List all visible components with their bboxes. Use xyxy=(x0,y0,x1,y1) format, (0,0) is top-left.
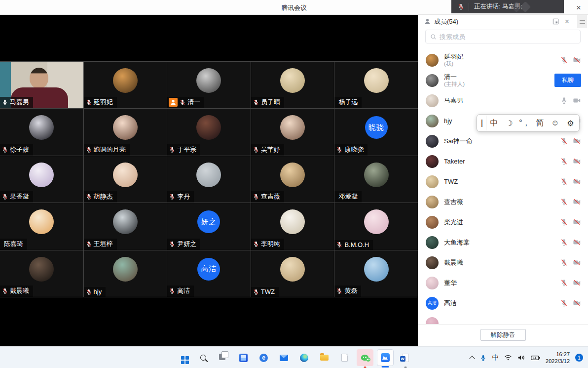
video-tile[interactable]: 延羽妃 xyxy=(84,62,167,108)
unmute-button[interactable]: 解除静音 xyxy=(480,329,526,341)
e-app-glyph xyxy=(259,354,268,362)
taskbar-notepad-icon[interactable] xyxy=(336,349,353,366)
video-tile[interactable]: TWZ xyxy=(251,250,334,297)
close-panel-icon[interactable]: × xyxy=(565,18,569,26)
taskbar-task-view-icon[interactable] xyxy=(215,349,232,366)
video-tile[interactable]: 跑调的月亮 xyxy=(84,109,167,155)
member-avatar xyxy=(426,175,439,188)
video-tile[interactable]: 员子晴 xyxy=(251,62,334,108)
taskbar-mail-icon[interactable] xyxy=(276,349,293,366)
video-tile[interactable]: 清一 xyxy=(167,62,251,108)
tray-ime-indicator[interactable]: 中 xyxy=(492,353,499,362)
taskbar-word-icon[interactable] xyxy=(397,349,414,366)
ime-text-cursor[interactable]: | xyxy=(478,116,486,130)
scrollbar-thumb[interactable] xyxy=(577,15,587,28)
video-tile[interactable]: 晓骁 康晓骁 xyxy=(334,109,418,155)
taskbar-wechat-icon[interactable] xyxy=(357,349,373,366)
video-tile[interactable]: 高洁 高洁 xyxy=(167,250,251,297)
member-row[interactable]: 高洁 高洁 xyxy=(418,293,588,313)
member-mic-icon xyxy=(560,137,568,145)
wifi-icon[interactable] xyxy=(504,354,512,361)
video-tile[interactable]: B.M.O.H xyxy=(334,203,418,249)
private-chat-button[interactable]: 私聊 xyxy=(554,74,581,87)
ime-chinese-mode[interactable]: 中 xyxy=(486,116,502,130)
video-tile[interactable]: 于平宗 xyxy=(167,109,251,155)
video-tile[interactable]: hjy xyxy=(84,250,167,297)
ime-simplified-chinese[interactable]: 简 xyxy=(532,116,548,130)
panel-title: 成员(54) xyxy=(434,17,458,26)
participant-name: 于平宗 xyxy=(177,145,196,154)
popout-panel-icon[interactable] xyxy=(552,18,559,25)
tray-chevron-icon[interactable] xyxy=(470,355,474,361)
taskbar-edge-icon[interactable] xyxy=(296,349,313,366)
ime-gear-icon[interactable]: ⚙ xyxy=(563,116,578,130)
members-icon xyxy=(424,18,431,25)
member-mic-icon xyxy=(560,279,568,287)
video-tile[interactable]: 邓爱凝 xyxy=(334,156,418,203)
video-tile[interactable]: 马嘉男 xyxy=(0,62,83,108)
member-row[interactable]: 戴晨曦 xyxy=(418,252,588,273)
participant-name: 尹妍之 xyxy=(177,240,196,248)
tencent-meeting-indicator xyxy=(381,366,389,368)
host-badge-icon xyxy=(169,98,178,107)
video-tile[interactable]: 黄磊 xyxy=(334,250,418,297)
member-row[interactable]: 大鱼海棠 xyxy=(418,232,588,252)
video-tile[interactable]: 胡静杰 xyxy=(84,156,167,203)
participant-name: B.M.O.H xyxy=(344,241,369,248)
member-row[interactable]: 延羽妃 (我) xyxy=(418,50,588,70)
member-name: Taketer xyxy=(444,158,465,165)
video-tile[interactable]: 果香凝 xyxy=(0,156,83,203)
video-tile[interactable]: 吴芊妤 xyxy=(251,109,334,155)
search-input[interactable] xyxy=(440,33,576,41)
participant-label: 果香凝 xyxy=(0,191,33,203)
member-row[interactable]: 马嘉男 xyxy=(418,90,588,111)
video-tile[interactable]: 妍之 尹妍之 xyxy=(167,203,251,249)
ime-punctuation-mode[interactable]: °， xyxy=(517,116,532,130)
taskbar-search-icon[interactable] xyxy=(195,349,212,366)
video-tile[interactable]: 李明纯 xyxy=(251,203,334,249)
participant-name: 马嘉男 xyxy=(10,98,29,107)
ime-moon-icon[interactable]: ☽ xyxy=(502,116,517,130)
video-tile[interactable]: 杨子远 xyxy=(334,62,418,108)
member-row[interactable]: 清一 (主持人) 私聊 xyxy=(418,70,588,90)
video-tile[interactable]: 戴晨曦 xyxy=(0,250,83,297)
video-tile[interactable]: 查吉薇 xyxy=(251,156,334,203)
taskbar-start-icon[interactable] xyxy=(175,349,191,366)
member-row[interactable]: 董华 xyxy=(418,273,588,293)
taskbar-e-app-icon[interactable] xyxy=(256,349,272,366)
participant-avatar xyxy=(280,257,305,282)
member-row[interactable]: Sai神一命 xyxy=(418,131,588,151)
member-row[interactable]: 柴光进 xyxy=(418,212,588,232)
volume-icon[interactable] xyxy=(517,354,525,361)
member-avatar xyxy=(426,196,439,208)
speaking-banner: 正在讲话: 马嘉男; xyxy=(451,0,564,13)
ime-emoji-icon[interactable]: ☺ xyxy=(548,116,563,130)
member-row[interactable]: 查吉薇 xyxy=(418,192,588,212)
video-tile[interactable]: 李丹 xyxy=(167,156,251,203)
video-tile[interactable]: 徐子姣 xyxy=(0,109,83,155)
notification-badge[interactable]: 1 xyxy=(575,354,583,362)
tray-mic-icon[interactable] xyxy=(479,354,487,362)
mic-status-icon xyxy=(336,241,343,248)
tray-time: 16:27 xyxy=(546,351,570,358)
member-row[interactable]: Taketer xyxy=(418,151,588,171)
taskbar-clock[interactable]: 16:27 2022/3/12 xyxy=(546,351,570,365)
participant-avatar xyxy=(280,163,305,187)
battery-icon[interactable] xyxy=(531,355,540,361)
mail-glyph xyxy=(280,355,288,361)
close-window-button[interactable]: × xyxy=(572,1,585,14)
start-glyph xyxy=(181,356,184,360)
mic-status-icon xyxy=(169,193,176,200)
participant-label: 高洁 xyxy=(167,286,194,297)
taskbar-file-explorer-icon[interactable] xyxy=(316,349,333,366)
video-tile[interactable]: 陈嘉琦 xyxy=(0,203,83,249)
participant-label: 黄磊 xyxy=(334,286,361,297)
member-row[interactable]: TWZ xyxy=(418,171,588,192)
video-tile[interactable]: 王垣梓 xyxy=(84,203,167,249)
mic-status-icon xyxy=(85,288,92,295)
member-row[interactable] xyxy=(418,313,588,324)
taskbar-tencent-meeting-icon[interactable] xyxy=(377,349,394,366)
taskbar-widgets-icon[interactable] xyxy=(235,349,252,366)
participant-name: 徐子姣 xyxy=(10,145,29,154)
participant-avatar xyxy=(113,68,138,93)
